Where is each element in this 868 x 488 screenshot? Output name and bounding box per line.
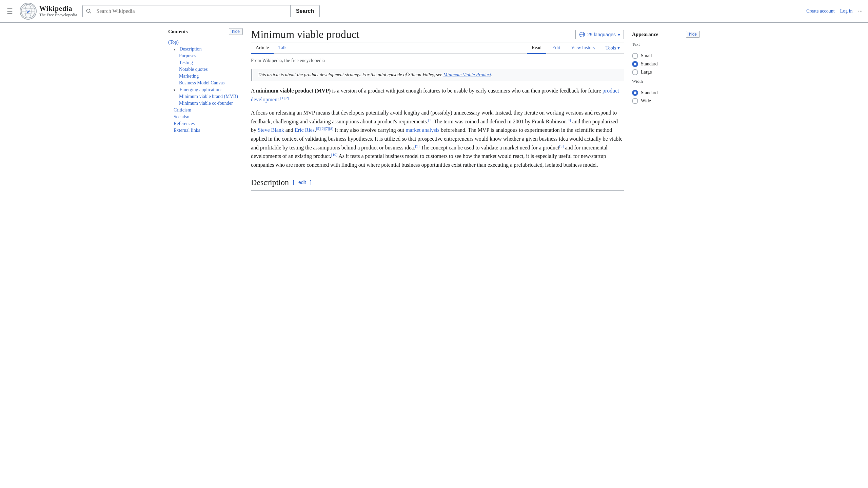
text-divider bbox=[632, 50, 700, 50]
description-title-text: Description bbox=[251, 176, 289, 189]
ref-3: [3] bbox=[428, 118, 433, 122]
toc-item-minimum-viable-brand: Minimum viable brand (MVB) bbox=[168, 93, 243, 100]
toc-link-references[interactable]: References bbox=[174, 121, 195, 126]
toc-link-business-model-canvas[interactable]: Business Model Canvas bbox=[179, 80, 225, 85]
text-size-standard[interactable]: Standard bbox=[632, 61, 700, 67]
menu-icon[interactable]: ☰ bbox=[5, 6, 14, 17]
tab-read[interactable]: Read bbox=[527, 42, 546, 54]
language-icon bbox=[579, 32, 585, 38]
width-standard-label: Standard bbox=[641, 90, 658, 96]
appearance-header: Appearance hide bbox=[632, 31, 700, 38]
tab-actions: Read Edit View history Tools ▾ bbox=[527, 42, 624, 54]
appearance-panel: Appearance hide Text Small Standard Larg… bbox=[632, 28, 700, 195]
chevron-down-icon[interactable]: ▾ bbox=[174, 88, 178, 92]
radio-small-icon bbox=[632, 53, 638, 59]
article-title: Minimum viable product 29 languages ▾ bbox=[251, 28, 624, 42]
svg-line-5 bbox=[90, 12, 91, 14]
tab-article[interactable]: Article bbox=[251, 42, 274, 54]
svg-text:W: W bbox=[26, 9, 30, 14]
ref-2: [2] bbox=[284, 96, 289, 100]
toc-link-marketing[interactable]: Marketing bbox=[179, 74, 199, 79]
search-input[interactable] bbox=[95, 5, 290, 17]
svg-point-4 bbox=[87, 9, 90, 13]
description-edit-link[interactable]: edit bbox=[298, 179, 306, 186]
toc-link-emerging-applications[interactable]: Emerging applications bbox=[180, 87, 222, 92]
search-bar: Search bbox=[82, 5, 320, 17]
toc-link-minimum-viable-brand[interactable]: Minimum viable brand (MVB) bbox=[179, 94, 238, 99]
create-account-link[interactable]: Create account bbox=[806, 8, 835, 14]
from-wikipedia: From Wikipedia, the free encyclopedia bbox=[251, 58, 624, 63]
page-layout: Contents hide (Top) ▾ Description Purpos… bbox=[163, 23, 705, 200]
radio-standard-icon bbox=[632, 61, 638, 67]
eric-ries-link[interactable]: Eric Ries bbox=[295, 127, 315, 133]
toc-item-external-links: External links bbox=[168, 127, 243, 134]
search-icon bbox=[83, 5, 95, 17]
text-size-small-label: Small bbox=[641, 53, 652, 59]
search-button[interactable]: Search bbox=[290, 5, 319, 17]
market-analysis-link[interactable]: market analysis bbox=[406, 127, 439, 133]
width-section-label: Width bbox=[632, 79, 700, 84]
article-tabs: Article Talk Read Edit View history Tool… bbox=[251, 42, 624, 54]
toc-item-notable-quotes: Notable quotes bbox=[168, 66, 243, 73]
tab-edit[interactable]: Edit bbox=[548, 42, 565, 54]
site-header: ☰ W Wikipedia The Free Encyclopedia Sear… bbox=[0, 0, 868, 23]
toc-link-criticism[interactable]: Criticism bbox=[174, 107, 191, 113]
toc-link-notable-quotes[interactable]: Notable quotes bbox=[179, 67, 208, 72]
toc-link-purposes[interactable]: Purposes bbox=[179, 53, 196, 58]
toc-link-description[interactable]: Description bbox=[180, 46, 202, 52]
chevron-down-icon[interactable]: ▾ bbox=[174, 47, 178, 51]
toc-item-references: References bbox=[168, 120, 243, 127]
hatnote-period: . bbox=[491, 72, 493, 77]
logo[interactable]: W Wikipedia The Free Encyclopedia bbox=[20, 3, 77, 20]
toc-link-minimum-viable-co-founder[interactable]: Minimum viable co-founder bbox=[179, 101, 233, 106]
toc-item-emerging-applications: ▾ Emerging applications bbox=[168, 86, 243, 93]
article-body: A minimum viable product (MVP) is a vers… bbox=[251, 86, 624, 191]
width-wide[interactable]: Wide bbox=[632, 98, 700, 104]
toc-item-top: (Top) bbox=[168, 39, 243, 46]
wikipedia-globe-logo: W bbox=[20, 3, 37, 20]
toc-item-purposes: Purposes bbox=[168, 53, 243, 59]
text-size-large-label: Large bbox=[641, 69, 652, 75]
ref-4: [4] bbox=[567, 118, 571, 122]
appearance-hide-button[interactable]: hide bbox=[686, 31, 700, 38]
mvp-bold: minimum viable product (MVP) bbox=[256, 88, 331, 94]
more-options-icon[interactable]: ··· bbox=[858, 8, 863, 15]
width-standard[interactable]: Standard bbox=[632, 90, 700, 96]
toc-hide-button[interactable]: hide bbox=[229, 28, 243, 35]
text-size-small[interactable]: Small bbox=[632, 53, 700, 59]
languages-button[interactable]: 29 languages ▾ bbox=[575, 30, 624, 39]
text-size-options: Small Standard Large bbox=[632, 53, 700, 75]
text-size-large[interactable]: Large bbox=[632, 69, 700, 75]
ref-1: [1] bbox=[280, 96, 285, 100]
toc-link-top[interactable]: (Top) bbox=[168, 40, 179, 45]
description-edit-bracket-open: [ bbox=[293, 179, 294, 186]
tab-view-history[interactable]: View history bbox=[566, 42, 600, 54]
steve-blank-link[interactable]: Steve Blank bbox=[258, 127, 284, 133]
toc-link-external-links[interactable]: External links bbox=[174, 128, 200, 133]
radio-width-standard-icon bbox=[632, 90, 638, 96]
ref-9a: [9] bbox=[415, 144, 419, 148]
text-section-label: Text bbox=[632, 42, 700, 47]
radio-width-wide-icon bbox=[632, 98, 638, 104]
width-divider bbox=[632, 87, 700, 87]
tab-talk[interactable]: Talk bbox=[274, 42, 292, 54]
toc-item-business-model-canvas: Business Model Canvas bbox=[168, 80, 243, 86]
table-of-contents: Contents hide (Top) ▾ Description Purpos… bbox=[168, 28, 243, 195]
article-paragraph-1: A minimum viable product (MVP) is a vers… bbox=[251, 86, 624, 104]
tools-menu[interactable]: Tools ▾ bbox=[601, 42, 624, 54]
article-paragraph-2: A focus on releasing an MVP means that d… bbox=[251, 108, 624, 169]
text-size-standard-label: Standard bbox=[641, 61, 658, 67]
toc-title: Contents bbox=[168, 29, 188, 35]
login-link[interactable]: Log in bbox=[840, 8, 853, 14]
logo-text: Wikipedia The Free Encyclopedia bbox=[39, 5, 77, 18]
toc-item-description: ▾ Description bbox=[168, 46, 243, 53]
tools-chevron-icon: ▾ bbox=[617, 45, 620, 51]
radio-large-icon bbox=[632, 69, 638, 75]
toc-link-testing[interactable]: Testing bbox=[179, 60, 193, 65]
toc-item-criticism: Criticism bbox=[168, 107, 243, 114]
logo-subtitle: The Free Encyclopedia bbox=[39, 13, 77, 18]
toc-link-see-also[interactable]: See also bbox=[174, 114, 189, 119]
header-actions: Create account Log in ··· bbox=[806, 8, 863, 15]
hatnote-link[interactable]: Minimum Viable Product bbox=[443, 72, 491, 77]
toc-item-testing: Testing bbox=[168, 59, 243, 66]
